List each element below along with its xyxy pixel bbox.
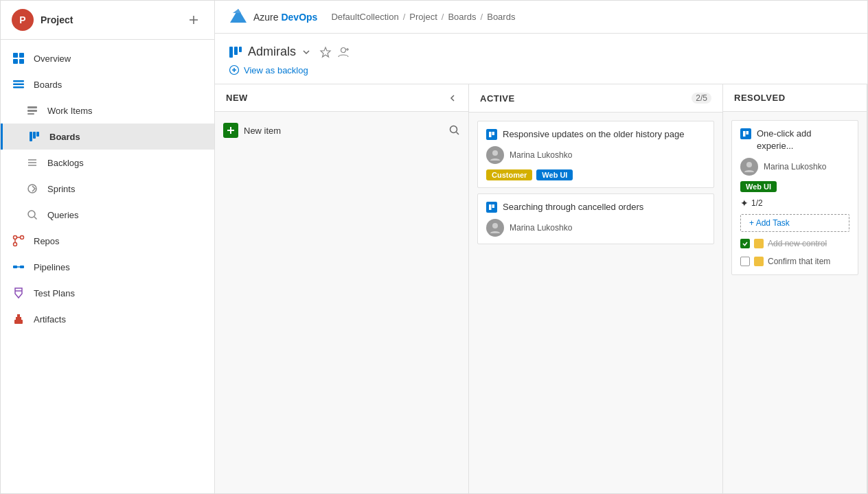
checklist-label-1: Confirm that item (768, 257, 830, 266)
artifacts-icon (12, 312, 25, 326)
svg-rect-9 (27, 106, 37, 108)
svg-rect-4 (13, 59, 18, 64)
search-icon[interactable] (449, 125, 460, 136)
sidebar-header: P Project (1, 1, 214, 40)
card-title-row-r: One-click add experie... (740, 128, 849, 152)
card-user-row-2: Marina Lukoshko (486, 219, 705, 237)
topbar: Azure DevOps DefaultCollection / Project… (215, 1, 867, 34)
svg-rect-36 (234, 47, 238, 55)
card-tags-row-r: Web UI (740, 181, 849, 192)
card-tags-row-1: Customer Web UI (486, 169, 705, 180)
new-item-row: New item (223, 120, 460, 141)
sidebar-item-boards-group[interactable]: Boards (1, 71, 214, 97)
column-body-active: Responsive updates on the older history … (469, 113, 722, 493)
breadcrumb-item-2[interactable]: Boards (448, 12, 476, 22)
board-actions (319, 46, 350, 58)
sidebar-item-workitems[interactable]: Work Items (1, 97, 214, 124)
sidebar-item-testplans[interactable]: Test Plans (1, 280, 214, 306)
queries-icon (25, 208, 39, 222)
breadcrumb-item-3: Boards (487, 12, 515, 22)
sidebar: P Project Overview Boards (1, 1, 215, 493)
sidebar-nav: Overview Boards Work Items (1, 40, 214, 338)
favorite-icon[interactable] (319, 46, 332, 58)
sidebar-item-label-backlogs: Backlogs (47, 158, 84, 168)
card-user-name-2: Marina Lukoshko (510, 223, 572, 233)
page-header: Admirals View as backlog (215, 34, 867, 84)
sidebar-item-queries[interactable]: Queries (1, 202, 214, 228)
pipelines-icon (12, 260, 25, 274)
breadcrumb: DefaultCollection / Project / Boards / B… (331, 12, 515, 22)
task-count-badge: ✦ 1/2 (740, 198, 849, 209)
task-count-label: 1/2 (751, 198, 763, 208)
breadcrumb-sep-2: / (481, 12, 483, 22)
manage-members-icon[interactable] (337, 46, 350, 58)
checklist-label-0: Add new control (768, 239, 827, 248)
sidebar-item-label-workitems: Work Items (47, 106, 93, 116)
sidebar-item-artifacts[interactable]: Artifacts (1, 306, 214, 332)
board-chevron-icon[interactable] (301, 47, 311, 57)
view-backlog-row[interactable]: View as backlog (229, 64, 854, 75)
project-name: Project (41, 14, 177, 25)
column-header-new: New (215, 84, 468, 112)
sidebar-item-label-overview: Overview (34, 54, 71, 64)
checklist-task-icon-1 (754, 257, 764, 266)
column-title-new: New (226, 93, 442, 103)
add-project-button[interactable] (184, 10, 203, 30)
card-type-icon-r (740, 128, 751, 139)
svg-rect-48 (489, 132, 492, 137)
svg-rect-54 (743, 131, 746, 137)
sidebar-item-overview[interactable]: Overview (1, 45, 214, 71)
sidebar-item-label-pipelines: Pipelines (34, 262, 70, 272)
sidebar-item-label-repos: Repos (34, 236, 60, 246)
card-responsive-updates[interactable]: Responsive updates on the older history … (477, 121, 714, 188)
column-title-resolved: Resolved (734, 93, 856, 103)
tag-webui-green: Web UI (740, 181, 777, 192)
card-user-row-1: Marina Lukoshko (486, 146, 705, 164)
svg-point-46 (450, 126, 457, 133)
breadcrumb-item-0[interactable]: DefaultCollection (331, 12, 398, 22)
sidebar-item-boards[interactable]: Boards (1, 124, 214, 150)
workitems-icon (25, 104, 39, 117)
svg-point-38 (341, 47, 346, 52)
board-area: New New item (215, 84, 867, 493)
checklist-task-icon-0 (754, 239, 764, 248)
svg-line-47 (457, 132, 459, 135)
svg-rect-13 (33, 132, 36, 139)
sprints-icon (25, 182, 39, 196)
svg-marker-34 (233, 9, 241, 13)
card-user-name-1: Marina Lukoshko (510, 150, 572, 160)
sidebar-item-backlogs[interactable]: Backlogs (1, 150, 214, 176)
column-collapse-new[interactable] (448, 93, 457, 103)
new-item-label[interactable]: New item (244, 126, 281, 136)
overview-icon (12, 51, 25, 65)
breadcrumb-item-1[interactable]: Project (409, 12, 437, 22)
svg-rect-5 (19, 59, 24, 64)
column-header-resolved: Resolved (723, 84, 867, 112)
sidebar-item-pipelines[interactable]: Pipelines (1, 254, 214, 280)
breadcrumb-sep-1: / (442, 12, 444, 22)
testplans-icon (12, 286, 25, 300)
svg-point-56 (746, 162, 752, 167)
column-resolved: Resolved One-click add experie... (723, 84, 867, 493)
user-avatar-2 (486, 219, 504, 237)
sidebar-item-sprints[interactable]: Sprints (1, 176, 214, 202)
card-oneclick[interactable]: One-click add experie... Marina Lukoshko… (731, 120, 858, 275)
user-avatar-1 (486, 146, 504, 164)
add-new-item-button[interactable] (223, 123, 238, 138)
svg-rect-7 (13, 84, 24, 86)
sidebar-item-label-boards: Boards (49, 132, 80, 142)
card-type-icon-2 (486, 202, 497, 213)
repos-icon (12, 234, 25, 248)
sidebar-item-repos[interactable]: Repos (1, 228, 214, 254)
svg-point-50 (492, 150, 498, 156)
card-type-icon-1 (486, 129, 497, 140)
column-body-new: New item (215, 112, 468, 493)
add-task-button[interactable]: + Add Task (740, 214, 849, 232)
svg-point-53 (492, 223, 498, 228)
card-searching-cancelled[interactable]: Searching through cancelled orders Marin… (477, 193, 714, 244)
checkbox-empty-1 (740, 257, 750, 266)
sidebar-item-label-boards-group: Boards (34, 80, 62, 90)
svg-rect-11 (27, 113, 34, 115)
sidebar-item-label-queries: Queries (47, 210, 79, 220)
breadcrumb-sep-0: / (403, 12, 406, 22)
